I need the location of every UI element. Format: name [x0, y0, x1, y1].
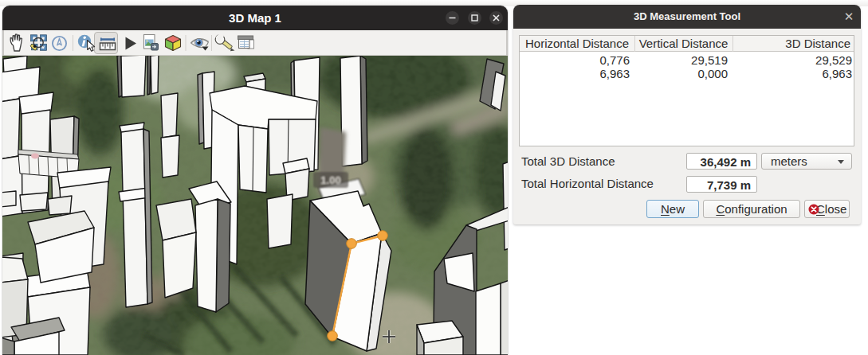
svg-text:1.00: 1.00	[320, 174, 340, 186]
